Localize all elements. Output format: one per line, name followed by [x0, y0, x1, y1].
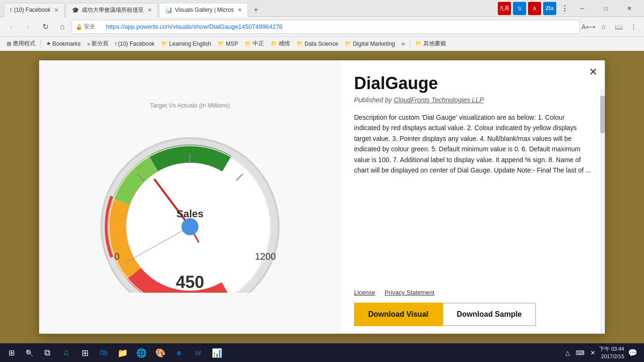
- taskbar-edge[interactable]: e: [170, 344, 189, 362]
- url-input[interactable]: [72, 20, 580, 34]
- forward-button[interactable]: ›: [21, 19, 36, 34]
- apps-button[interactable]: ⊞ 應用程式: [4, 39, 38, 49]
- bm-digital-marketing[interactable]: 📁 Digital Marketing: [342, 40, 397, 48]
- home-button[interactable]: ⌂: [55, 19, 70, 34]
- publisher-line: Published by CloudFronts Technologies LL…: [354, 96, 594, 104]
- taskbar-taskview[interactable]: ⧉: [38, 344, 57, 362]
- publisher-prefix: Published by: [354, 96, 392, 104]
- new-tab-button[interactable]: +: [249, 3, 263, 17]
- bm-datascience[interactable]: 📁 Data Science: [294, 40, 341, 48]
- scrollbar-track[interactable]: [600, 89, 605, 334]
- close-button[interactable]: ✕: [619, 1, 640, 16]
- fb-bm-icon: f: [115, 41, 116, 47]
- apps-icon: ⊞: [7, 41, 11, 47]
- gauge-subtitle: Target Vs Actuals (in Millions): [150, 102, 230, 109]
- extension-icon[interactable]: 九尾: [498, 2, 511, 15]
- bm-learning-label: Learning English: [169, 41, 211, 47]
- taskbar-paint[interactable]: 🎨: [151, 344, 170, 362]
- bm-emotion[interactable]: 📁 感情: [268, 39, 293, 49]
- bookmark-star[interactable]: ☆: [597, 20, 610, 33]
- bm-datascience-label: Data Science: [305, 41, 338, 47]
- bm-emotion-label: 感情: [279, 40, 290, 48]
- taskbar-files[interactable]: 📁: [113, 344, 132, 362]
- svg-point-16: [182, 218, 198, 235]
- more-addr-btn[interactable]: ⋮: [627, 20, 640, 33]
- tab-facebook-close[interactable]: ✕: [54, 7, 58, 13]
- address-bar: ‹ › ↻ ⌂ 🔒 安全 A⟷ ☆ 📖 ⋮: [0, 17, 644, 37]
- read-aloud-icon[interactable]: 📖: [612, 20, 625, 33]
- tab-powerbi-icon: 📊: [165, 7, 173, 14]
- gauge-svg: Sales 0 1200 450: [77, 114, 303, 293]
- clock-time: 下午 03:44: [599, 346, 624, 353]
- modal-overlay: ✕ Target Vs Actuals (in Millions): [0, 51, 644, 343]
- taskbar-keyboard-icon[interactable]: ⌨: [574, 349, 586, 356]
- license-link[interactable]: License: [354, 289, 375, 296]
- badge-icon[interactable]: 21s: [543, 2, 556, 15]
- info-panel: DialGauge Published by CloudFronts Techn…: [341, 60, 605, 334]
- more-options-icon[interactable]: ⋮: [558, 2, 571, 15]
- bm-msp-label: MSP: [226, 41, 238, 47]
- bm-separator-2: [410, 40, 410, 48]
- lock-icon: 🔒: [75, 24, 83, 30]
- taskbar-x-icon[interactable]: ✕: [588, 349, 597, 356]
- bm-bookmarks[interactable]: ★ Bookmarks: [43, 40, 83, 48]
- adobe-icon[interactable]: A: [528, 2, 541, 15]
- taskbar-store[interactable]: 🛍: [94, 344, 113, 362]
- taskbar-notification-center[interactable]: 💬: [626, 348, 639, 357]
- title-bar: f (10) Facebook ✕ 🎓 成功大學會議場所租借至 ✕ 📊 Visu…: [0, 0, 644, 17]
- skype-icon[interactable]: S: [513, 2, 526, 15]
- download-visual-button[interactable]: Download Visual: [354, 303, 443, 326]
- bm-new-tab[interactable]: » 新分頁: [84, 39, 111, 49]
- privacy-link[interactable]: Privacy Statement: [385, 289, 435, 296]
- tab-powerbi-close[interactable]: ✕: [238, 7, 242, 13]
- extension-label: 九尾: [499, 5, 510, 12]
- taskbar-word[interactable]: W: [189, 344, 207, 362]
- tab-facebook[interactable]: f (10) Facebook ✕: [4, 3, 65, 17]
- bm-other[interactable]: 📁 其他書籤: [413, 39, 449, 49]
- publisher-link[interactable]: CloudFronts Technologies LLP: [394, 96, 484, 104]
- bm-zhengzheng-label: 中正: [253, 40, 264, 48]
- gauge-min-label: 0: [114, 251, 119, 262]
- security-label: 安全: [84, 23, 95, 31]
- tab-ncku-icon: 🎓: [72, 7, 79, 14]
- tab-ncku-close[interactable]: ✕: [148, 7, 152, 13]
- bookmarks-label: Bookmarks: [52, 41, 81, 47]
- bm-msp[interactable]: 📁 MSP: [215, 40, 241, 48]
- scrollbar-thumb[interactable]: [600, 96, 605, 133]
- taskbar-spotify[interactable]: ♫: [57, 344, 75, 362]
- start-button[interactable]: ⊞: [2, 344, 21, 362]
- bm-more[interactable]: »: [399, 40, 408, 48]
- modal-close-button[interactable]: ✕: [589, 66, 597, 78]
- tab-powerbi[interactable]: 📊 Visuals Gallery | Micros ✕: [159, 3, 248, 17]
- description-text: Description for custom 'Dial Gauge' visu…: [354, 112, 594, 282]
- page-content: ✕ Target Vs Actuals (in Millions): [0, 51, 644, 343]
- visual-title: DialGauge: [354, 74, 594, 93]
- window-controls: ─ □ ✕: [571, 1, 640, 16]
- bm-learning-english[interactable]: 📁 Learning English: [158, 40, 214, 48]
- minimize-button[interactable]: ─: [571, 1, 593, 16]
- search-button[interactable]: 🔍: [21, 345, 38, 362]
- more-icon: »: [402, 41, 405, 47]
- taskbar-tiles[interactable]: ⊞: [75, 344, 94, 362]
- gauge-max-label: 1200: [255, 251, 276, 262]
- folder-icon-4: 📁: [271, 41, 277, 47]
- bookmarks-bar: ⊞ 應用程式 ★ Bookmarks » 新分頁 f (10) Facebook…: [0, 37, 644, 51]
- refresh-button[interactable]: ↻: [38, 19, 53, 34]
- folder-icon-6: 📁: [345, 41, 351, 47]
- taskbar-notification-icon[interactable]: △: [563, 349, 572, 356]
- folder-icon-3: 📁: [245, 41, 251, 47]
- download-sample-button[interactable]: Download Sample: [443, 303, 536, 326]
- apps-label: 應用程式: [13, 40, 35, 48]
- taskbar-powerbi[interactable]: 📊: [207, 344, 226, 362]
- taskbar-clock: 下午 03:44 2017/2/15: [599, 346, 624, 360]
- gauge-panel: Target Vs Actuals (in Millions): [39, 60, 341, 334]
- taskbar-chrome[interactable]: 🌐: [132, 344, 151, 362]
- tab-ncku[interactable]: 🎓 成功大學會議場所租借至 ✕: [66, 3, 158, 17]
- folder-icon-1: 📁: [161, 41, 168, 47]
- bm-facebook[interactable]: f (10) Facebook: [112, 40, 157, 48]
- bm-separator-1: [41, 40, 41, 48]
- maximize-button[interactable]: □: [595, 1, 617, 16]
- back-button[interactable]: ‹: [4, 19, 19, 34]
- bm-zhengzheng[interactable]: 📁 中正: [242, 39, 267, 49]
- translate-icon[interactable]: A⟷: [582, 20, 595, 33]
